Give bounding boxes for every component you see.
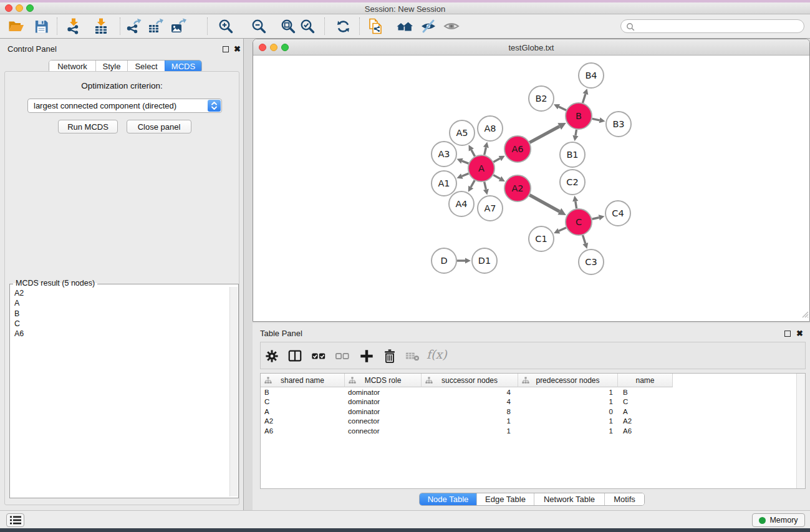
optimization-criterion-dropdown[interactable]: largest connected component (directed) — [27, 99, 222, 113]
mcds-result-item[interactable]: A — [11, 298, 228, 308]
select-all-checks-icon[interactable] — [311, 349, 326, 364]
refresh-icon[interactable] — [334, 16, 352, 36]
graph-node-A7[interactable]: A7 — [478, 196, 503, 221]
graph-node-B[interactable]: B — [566, 103, 592, 129]
zoom-in-icon[interactable] — [216, 16, 235, 36]
graph-node-A3[interactable]: A3 — [432, 142, 456, 167]
graph-edge-A-A2[interactable] — [493, 175, 505, 181]
network-canvas[interactable]: B4B2BB3A8A5A6B1A3AC2A1A2A4A7C4CC1C3DD1 — [254, 56, 809, 321]
column-layout-icon[interactable] — [287, 349, 302, 364]
graph-edge-B-B4[interactable] — [582, 89, 588, 103]
deselect-all-boxes-icon[interactable] — [335, 349, 350, 364]
export-image-icon[interactable] — [169, 16, 188, 36]
float-panel-icon[interactable] — [223, 46, 229, 52]
graph-edge-B-B1[interactable] — [572, 130, 578, 142]
save-floppy-icon[interactable] — [32, 16, 51, 36]
close-panel-button[interactable]: Close panel — [127, 120, 191, 133]
plus-icon[interactable] — [359, 349, 374, 364]
column-header-successor-nodes[interactable]: successor nodes — [422, 374, 518, 387]
close-panel-icon[interactable]: ✖ — [234, 46, 241, 53]
zoom-fit-icon[interactable] — [279, 16, 297, 36]
graph-edge-C-C3[interactable] — [582, 235, 588, 249]
graph-node-C1[interactable]: C1 — [529, 226, 554, 251]
import-network-icon[interactable] — [64, 16, 83, 36]
graph-edge-B-B2[interactable] — [554, 104, 566, 110]
column-header-shared-name[interactable]: shared name — [261, 374, 345, 387]
graph-node-A8[interactable]: A8 — [478, 116, 503, 141]
column-header-mcds-role[interactable]: MCDS role — [345, 374, 422, 387]
delete-table-icon[interactable] — [405, 349, 420, 364]
export-network-icon[interactable] — [124, 16, 143, 36]
graph-node-C2[interactable]: C2 — [560, 170, 585, 195]
tab-network-table[interactable]: Network Table — [534, 493, 604, 505]
graph-node-B1[interactable]: B1 — [560, 142, 585, 167]
tab-motifs[interactable]: Motifs — [604, 493, 644, 505]
houses-icon[interactable] — [395, 16, 414, 36]
graph-node-C3[interactable]: C3 — [579, 249, 604, 274]
open-folder-icon[interactable] — [7, 16, 26, 36]
mcds-result-item[interactable]: C — [11, 319, 228, 329]
graph-edge-A6-B[interactable] — [529, 123, 566, 143]
graph-edge-A-A8[interactable] — [483, 142, 489, 155]
graph-node-A5[interactable]: A5 — [450, 120, 475, 145]
graph-node-A[interactable]: A — [468, 155, 494, 181]
graph-node-D1[interactable]: D1 — [472, 248, 497, 273]
graph-edge-A-A5[interactable] — [469, 145, 475, 156]
table-cell: dominator — [345, 389, 422, 396]
run-mcds-button[interactable]: Run MCDS — [58, 120, 118, 133]
trash-icon[interactable] — [382, 349, 397, 364]
export-table-icon[interactable] — [146, 16, 165, 36]
mcds-result-item[interactable]: A2 — [11, 288, 228, 298]
graph-node-A6[interactable]: A6 — [504, 136, 531, 162]
task-list-button[interactable] — [6, 513, 24, 527]
graph-edge-A-A3[interactable] — [457, 158, 469, 164]
graph-node-C4[interactable]: C4 — [605, 201, 630, 226]
table-row[interactable]: A6connector11A6 — [261, 426, 796, 436]
table-row[interactable]: A2connector11A2 — [261, 417, 796, 427]
graph-edge-D-D1[interactable] — [457, 258, 471, 263]
toolbar-separator — [359, 17, 360, 35]
memory-button[interactable]: Memory — [752, 513, 805, 527]
column-header-name[interactable]: name — [618, 374, 673, 387]
resize-grip-icon[interactable] — [801, 309, 809, 321]
graph-edge-C-C2[interactable] — [572, 196, 578, 209]
graph-node-C[interactable]: C — [566, 209, 592, 235]
table-scrollbar[interactable] — [796, 374, 805, 488]
graph-node-A1[interactable]: A1 — [432, 171, 456, 196]
graph-edge-A-A4[interactable] — [468, 180, 475, 192]
graph-edge-A-A1[interactable] — [456, 173, 468, 179]
zoom-selected-icon[interactable] — [298, 16, 317, 36]
table-row[interactable]: Cdominator41C — [261, 397, 796, 407]
graph-node-B2[interactable]: B2 — [529, 86, 554, 111]
tab-edge-table[interactable]: Edge Table — [476, 493, 534, 505]
table-row[interactable]: Bdominator41B — [261, 387, 796, 397]
graph-edge-A2-C[interactable] — [529, 195, 566, 215]
document-network-icon[interactable] — [366, 16, 385, 36]
tab-node-table[interactable]: Node Table — [420, 493, 476, 505]
graph-edge-A-A7[interactable] — [483, 181, 489, 195]
graph-node-B3[interactable]: B3 — [606, 112, 631, 137]
column-header-predecessor-nodes[interactable]: predecessor nodes — [518, 374, 618, 387]
mcds-result-item[interactable]: A6 — [11, 329, 228, 339]
graph-edge-A-A6[interactable] — [493, 156, 504, 162]
close-panel-icon[interactable]: ✖ — [796, 330, 803, 337]
graph-edge-B-B3[interactable] — [592, 117, 605, 123]
gear-icon[interactable] — [264, 349, 279, 364]
mcds-list-scrollbar[interactable] — [229, 287, 238, 496]
search-input[interactable] — [637, 21, 799, 32]
search-field[interactable] — [620, 19, 804, 33]
graph-node-B4[interactable]: B4 — [579, 63, 604, 88]
import-table-icon[interactable] — [92, 16, 110, 36]
float-panel-icon[interactable] — [784, 331, 791, 337]
zoom-out-icon[interactable] — [249, 16, 268, 36]
graph-node-A2[interactable]: A2 — [504, 175, 531, 201]
eye-icon[interactable] — [442, 16, 461, 36]
svg-text:A6: A6 — [511, 144, 523, 154]
table-row[interactable]: Adominator80A — [261, 407, 796, 417]
graph-node-A4[interactable]: A4 — [449, 191, 474, 216]
graph-node-D[interactable]: D — [432, 248, 456, 273]
mcds-result-item[interactable]: B — [11, 309, 228, 319]
eye-slash-icon[interactable] — [419, 16, 438, 36]
graph-edge-C-C4[interactable] — [592, 215, 604, 220]
graph-edge-C-C1[interactable] — [554, 228, 566, 233]
